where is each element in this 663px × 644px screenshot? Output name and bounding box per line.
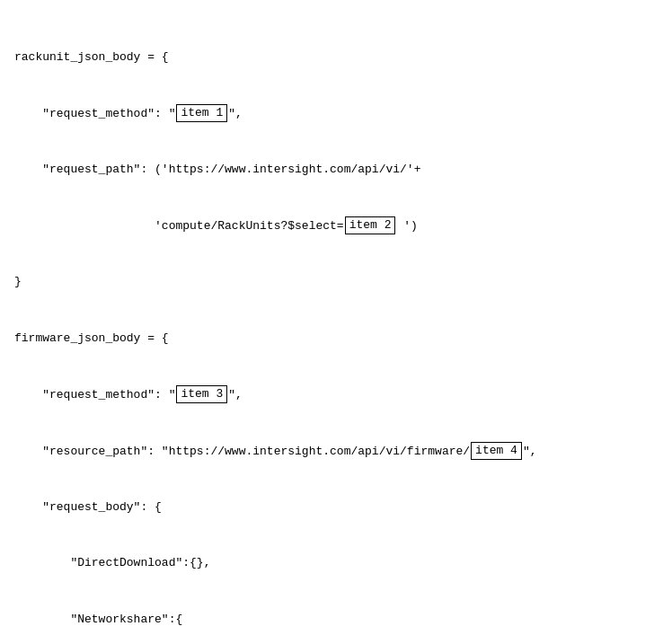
- line-11: "Networkshare":{: [14, 611, 649, 630]
- line-04: 'compute/RackUnits?$select=item 2 '): [14, 216, 649, 235]
- line-08: "resource_path": "https://www.intersight…: [14, 442, 649, 461]
- line-09: "request_body": {: [14, 498, 649, 517]
- line-10: "DirectDownload":{},: [14, 554, 649, 573]
- item3-box[interactable]: item 3: [176, 385, 227, 403]
- line-07: "request_method": "item 3",: [14, 385, 649, 404]
- line-02: "request_method": "item 1",: [14, 104, 649, 123]
- item4-box[interactable]: item 4: [471, 442, 522, 460]
- line-06: firmware_json_body = {: [14, 330, 649, 348]
- line-03: "request_path": ('https://www.intersight…: [14, 161, 649, 180]
- line-05: }: [14, 273, 649, 292]
- line-01: rackunit_json_body = {: [14, 49, 649, 67]
- code-block: rackunit_json_body = { "request_method":…: [14, 11, 649, 644]
- item2-box[interactable]: item 2: [345, 216, 396, 234]
- item1-box[interactable]: item 1: [176, 104, 227, 122]
